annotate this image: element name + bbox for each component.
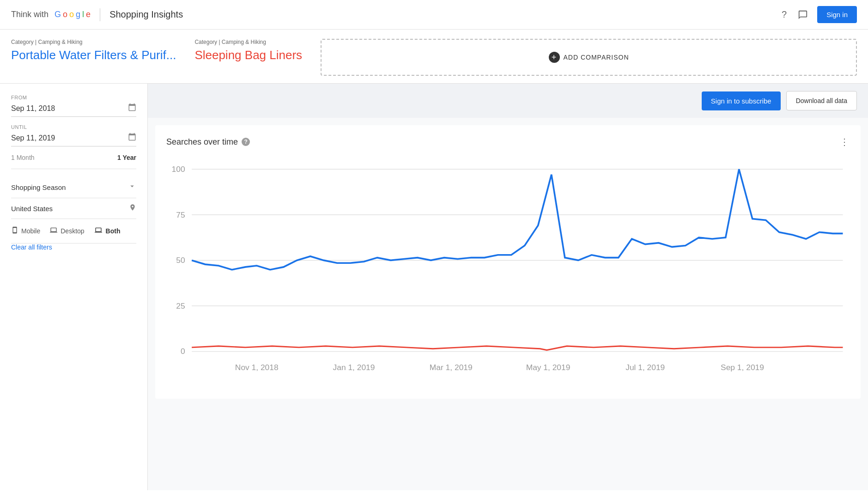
from-date-value: Sep 11, 2018 <box>11 104 55 113</box>
from-label: From <box>11 95 136 100</box>
searches-chart: 100 75 50 25 0 Nov 1, 2018 Jan 1, 2019 M… <box>166 158 850 386</box>
feedback-icon <box>798 10 808 20</box>
country-selector[interactable]: United States <box>11 198 136 219</box>
range-1year[interactable]: 1 Year <box>117 154 136 161</box>
help-button[interactable]: ? <box>780 7 789 22</box>
mobile-label: Mobile <box>21 227 40 235</box>
more-options-icon[interactable]: ⋮ <box>840 136 850 147</box>
add-icon: + <box>549 52 560 63</box>
product-1-name[interactable]: Portable Water Filters & Purif... <box>11 48 176 62</box>
chart-help-icon[interactable]: ? <box>242 138 250 146</box>
g-blue2: g <box>76 10 80 19</box>
location-pin-icon <box>129 204 136 213</box>
calendar-icon-until <box>128 133 136 143</box>
svg-text:May 1, 2019: May 1, 2019 <box>526 363 571 372</box>
svg-text:Jul 1, 2019: Jul 1, 2019 <box>625 363 665 372</box>
both-label: Both <box>106 227 121 235</box>
add-comparison-label: ADD COMPARISON <box>564 54 629 61</box>
until-label: Until <box>11 124 136 130</box>
range-1month[interactable]: 1 Month <box>11 154 35 161</box>
blue-line <box>192 169 843 270</box>
device-both[interactable]: Both <box>94 226 121 236</box>
svg-text:Nov 1, 2018: Nov 1, 2018 <box>235 363 279 372</box>
product-item-1: Category | Camping & Hiking Portable Wat… <box>11 39 176 62</box>
svg-text:Jan 1, 2019: Jan 1, 2019 <box>333 363 375 372</box>
chart-title-row: Searches over time ? ⋮ <box>166 136 850 147</box>
svg-text:50: 50 <box>176 256 185 265</box>
product-2-name[interactable]: Sleeping Bag Liners <box>194 48 302 62</box>
header-divider <box>100 8 100 21</box>
chart-title: Searches over time ? <box>166 137 250 147</box>
desktop-icon <box>49 226 58 236</box>
products-row: Category | Camping & Hiking Portable Wat… <box>0 30 868 84</box>
download-button[interactable]: Download all data <box>786 91 857 110</box>
calendar-icon-from <box>128 103 136 114</box>
g-blue: G <box>55 10 61 19</box>
until-date-value: Sep 11, 2019 <box>11 134 55 142</box>
svg-text:Mar 1, 2019: Mar 1, 2019 <box>430 363 473 372</box>
svg-text:100: 100 <box>172 164 185 174</box>
think-with-google: Think with Google <box>11 10 91 19</box>
header: Think with Google Shopping Insights ? Si… <box>0 0 868 30</box>
svg-text:75: 75 <box>176 210 185 219</box>
chart-title-text: Searches over time <box>166 137 238 147</box>
header-brand: Think with Google Shopping Insights <box>11 8 183 21</box>
chart-area: Sign in to subscribe Download all data S… <box>148 84 868 490</box>
chart-svg-wrapper: 100 75 50 25 0 Nov 1, 2018 Jan 1, 2019 M… <box>166 158 850 388</box>
header-actions: ? Sign in <box>780 6 857 23</box>
season-label: Shopping Season <box>11 183 66 191</box>
device-mobile[interactable]: Mobile <box>11 226 40 236</box>
g-green: l <box>82 10 84 19</box>
from-date-picker[interactable]: Sep 11, 2018 <box>11 103 136 117</box>
until-date-picker[interactable]: Sep 11, 2019 <box>11 133 136 146</box>
product-1-category: Category | Camping & Hiking <box>11 39 176 45</box>
both-icon <box>94 226 103 236</box>
range-selector: 1 Month 1 Year <box>11 154 136 169</box>
device-selector: Mobile Desktop Both <box>11 219 136 243</box>
svg-text:Sep 1, 2019: Sep 1, 2019 <box>721 363 764 372</box>
country-label: United States <box>11 205 53 213</box>
help-icon: ? <box>782 9 787 20</box>
clear-filters-link[interactable]: Clear all filters <box>11 243 52 251</box>
svg-text:0: 0 <box>181 347 185 356</box>
sign-in-button[interactable]: Sign in <box>817 6 857 23</box>
g-yellow: o <box>69 10 74 19</box>
main-layout: From Sep 11, 2018 Until Sep 11, 2019 1 M… <box>0 84 868 490</box>
device-desktop[interactable]: Desktop <box>49 226 84 236</box>
feedback-button[interactable] <box>796 8 810 22</box>
svg-text:25: 25 <box>176 301 185 310</box>
product-item-2: Category | Camping & Hiking Sleeping Bag… <box>194 39 302 62</box>
shopping-season-dropdown[interactable]: Shopping Season <box>11 176 136 198</box>
think-label: Think with <box>11 10 49 19</box>
subscribe-button[interactable]: Sign in to subscribe <box>702 91 781 110</box>
mobile-icon <box>11 226 18 236</box>
g-red2: e <box>86 10 91 19</box>
product-2-category: Category | Camping & Hiking <box>194 39 302 45</box>
sidebar: From Sep 11, 2018 Until Sep 11, 2019 1 M… <box>0 84 148 490</box>
chart-container: Searches over time ? ⋮ 100 75 50 25 0 <box>155 125 861 399</box>
add-comparison-button[interactable]: + ADD COMPARISON <box>321 39 857 76</box>
desktop-label: Desktop <box>61 227 84 235</box>
chart-top-bar: Sign in to subscribe Download all data <box>148 84 868 118</box>
shopping-insights-title: Shopping Insights <box>109 9 183 20</box>
g-red: o <box>63 10 67 19</box>
chevron-down-icon <box>128 182 136 192</box>
red-line <box>192 346 843 350</box>
